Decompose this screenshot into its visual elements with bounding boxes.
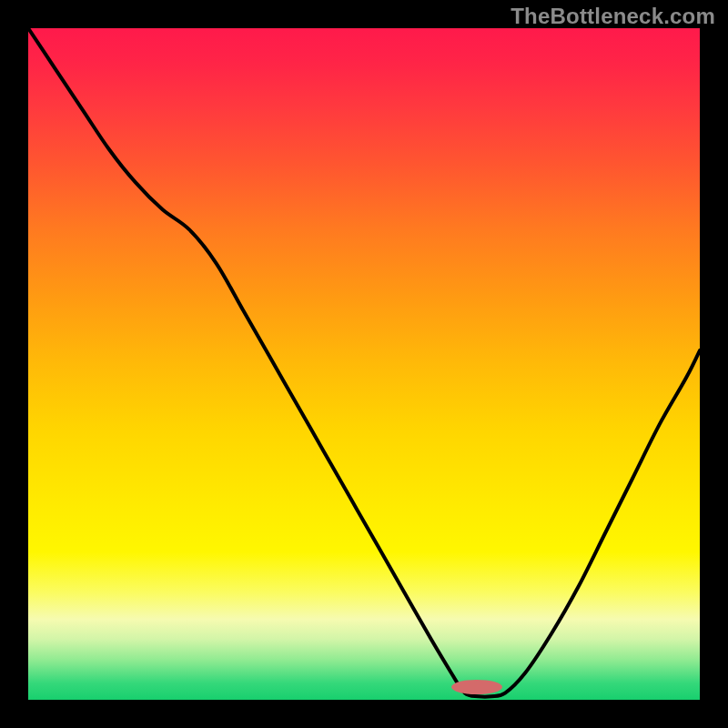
heat-gradient-background: [28, 28, 700, 700]
gradient-rect: [28, 28, 700, 700]
watermark-text: TheBottleneck.com: [511, 4, 715, 29]
plot-area: [28, 28, 700, 700]
chart-frame: TheBottleneck.com: [0, 0, 728, 728]
